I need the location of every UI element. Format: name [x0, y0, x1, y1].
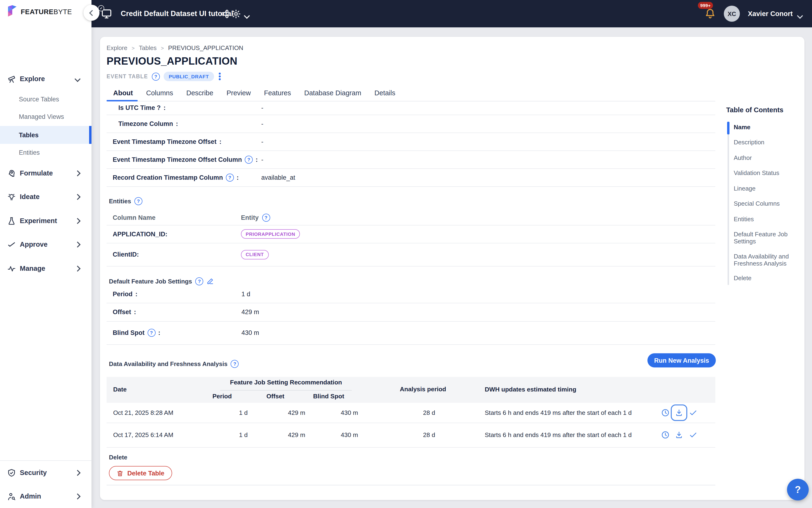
- analysis-blind-spot-value: 430 m: [341, 409, 358, 416]
- notification-count-badge[interactable]: 999+: [698, 2, 713, 9]
- sidebar: FEATUREBYTE Explore Source Tables Manage…: [0, 0, 91, 508]
- app-root: ✓ Credit Default Dataset UI tutorial 999…: [0, 0, 812, 508]
- featurebyte-logo-icon: [7, 5, 18, 18]
- job-settings-section-header: Default Feature Job Settings ?: [109, 277, 214, 285]
- tab-preview[interactable]: Preview: [220, 85, 258, 101]
- toc-item-entities[interactable]: Entities: [734, 216, 805, 223]
- sidebar-item-label: Explore: [20, 75, 45, 83]
- toc-item-lineage[interactable]: Lineage: [734, 185, 805, 192]
- help-icon[interactable]: ?: [152, 72, 160, 80]
- entity-column-name: APPLICATION_ID:: [113, 230, 167, 238]
- column-name-header: Column Name: [113, 214, 155, 221]
- sidebar-item-tables[interactable]: Tables: [0, 126, 91, 144]
- toc-item-special-columns[interactable]: Special Columns: [734, 201, 805, 207]
- entity-chip[interactable]: CLIENT: [241, 250, 269, 259]
- recommendation-group-header: Feature Job Setting Recommendation: [220, 379, 352, 386]
- toc-item-name[interactable]: Name: [734, 124, 805, 131]
- section-divider: [106, 485, 715, 485]
- toc-item-author[interactable]: Author: [734, 155, 805, 162]
- breadcrumb-tables[interactable]: Tables: [139, 44, 156, 51]
- edit-pencil-icon[interactable]: [207, 278, 214, 285]
- detail-value: available_at: [261, 174, 295, 181]
- user-avatar[interactable]: XC: [724, 6, 740, 22]
- check-icon[interactable]: [689, 430, 697, 439]
- help-icon[interactable]: ?: [226, 173, 234, 181]
- chevron-right-icon: [76, 240, 80, 249]
- detail-row: Timezone Column: -: [106, 115, 715, 133]
- help-icon[interactable]: ?: [245, 156, 253, 163]
- sidebar-item-managed-views[interactable]: Managed Views: [0, 109, 91, 125]
- blind-spot-column-header: Blind Spot: [313, 393, 344, 400]
- kebab-menu-icon[interactable]: [218, 72, 221, 81]
- analysis-blind-spot-value: 430 m: [341, 431, 358, 438]
- tab-columns[interactable]: Columns: [140, 85, 180, 101]
- toc-item-delete[interactable]: Delete: [734, 275, 805, 282]
- tab-describe[interactable]: Describe: [180, 85, 220, 101]
- analysis-date: Oct 21, 2025 8:28 AM: [113, 409, 173, 416]
- settings-gear-icon[interactable]: [231, 9, 241, 19]
- toc-title: Table of Contents: [726, 106, 783, 114]
- breadcrumb-explore[interactable]: Explore: [106, 44, 127, 51]
- sidebar-item-manage[interactable]: Manage: [0, 260, 91, 277]
- help-icon[interactable]: ?: [195, 277, 204, 285]
- sidebar-item-admin[interactable]: Admin: [0, 488, 91, 504]
- sidebar-item-ideate[interactable]: Ideate: [0, 189, 91, 205]
- delete-table-button[interactable]: Delete Table: [109, 466, 172, 480]
- download-icon[interactable]: [675, 430, 683, 439]
- entity-chip[interactable]: PRIORAPPLICATION: [241, 229, 300, 239]
- breadcrumb-current: PREVIOUS_APPLICATION: [168, 44, 243, 51]
- sidebar-item-source-tables[interactable]: Source Tables: [0, 91, 91, 107]
- sidebar-item-entities[interactable]: Entities: [0, 144, 91, 160]
- breadcrumb-separator: >: [132, 45, 135, 51]
- user-menu-chevron-down-icon[interactable]: [798, 11, 802, 20]
- history-clock-icon[interactable]: [661, 430, 670, 439]
- sidebar-item-approve[interactable]: Approve: [0, 236, 91, 252]
- chevron-down-icon: [76, 75, 80, 83]
- entity-row: ClientID: CLIENT: [106, 243, 715, 266]
- job-setting-value: 1 d: [241, 290, 251, 297]
- help-icon[interactable]: ?: [231, 360, 239, 368]
- check-icon[interactable]: [689, 408, 697, 417]
- sidebar-item-experiment[interactable]: Experiment: [0, 213, 91, 229]
- share-icon[interactable]: [220, 9, 230, 19]
- sidebar-item-formulate[interactable]: Formulate: [0, 165, 91, 181]
- help-fab-button[interactable]: ?: [787, 479, 809, 501]
- notifications-bell-icon[interactable]: [705, 7, 716, 19]
- analysis-offset-value: 429 m: [288, 409, 305, 416]
- job-setting-label: Blind Spot: [113, 329, 144, 336]
- analysis-period-value: 1 d: [239, 409, 248, 416]
- table-detail-card: Explore > Tables > PREVIOUS_APPLICATION …: [100, 37, 805, 500]
- history-clock-icon[interactable]: [661, 408, 670, 417]
- sidebar-collapse-button[interactable]: [84, 5, 99, 21]
- checkmark-icon: [7, 240, 16, 249]
- delete-section-header: Delete: [109, 454, 127, 461]
- sidebar-item-security[interactable]: Security: [0, 465, 91, 481]
- user-name[interactable]: Xavier Conort: [748, 0, 793, 27]
- entities-table-header: Column Name Entity ?: [106, 210, 715, 225]
- toc-item-description[interactable]: Description: [734, 139, 805, 146]
- run-new-analysis-button[interactable]: Run New Analysis: [647, 353, 716, 368]
- sidebar-item-explore[interactable]: Explore: [0, 71, 91, 87]
- help-icon[interactable]: ?: [134, 197, 142, 205]
- period-column-header: Period: [213, 393, 232, 400]
- workspace-chevron-down-icon[interactable]: [245, 11, 249, 20]
- tab-details[interactable]: Details: [368, 85, 402, 101]
- toc-active-indicator: [727, 122, 729, 134]
- help-icon[interactable]: ?: [147, 329, 155, 337]
- chevron-right-icon: [76, 193, 80, 201]
- toc-item-validation-status[interactable]: Validation Status: [734, 170, 805, 177]
- tab-features[interactable]: Features: [258, 85, 298, 101]
- detail-label: Record Creation Timestamp Column: [113, 174, 223, 181]
- download-icon[interactable]: [675, 408, 683, 417]
- chevron-right-icon: [76, 492, 80, 501]
- tab-database-diagram[interactable]: Database Diagram: [298, 85, 368, 101]
- page-title: PREVIOUS_APPLICATION: [106, 55, 237, 68]
- entity-row: APPLICATION_ID: PRIORAPPLICATION: [106, 225, 715, 243]
- group-header-divider: [220, 390, 352, 390]
- table-type-row: EVENT TABLE ? PUBLIC_DRAFT: [106, 72, 221, 81]
- toc-item-default-feature-job-settings[interactable]: Default Feature Job Settings: [734, 231, 805, 245]
- tab-about[interactable]: About: [106, 85, 140, 101]
- help-icon[interactable]: ?: [262, 214, 270, 222]
- toc-item-data-availability[interactable]: Data Availability and Freshness Analysis: [734, 253, 805, 267]
- status-badge: PUBLIC_DRAFT: [164, 72, 214, 81]
